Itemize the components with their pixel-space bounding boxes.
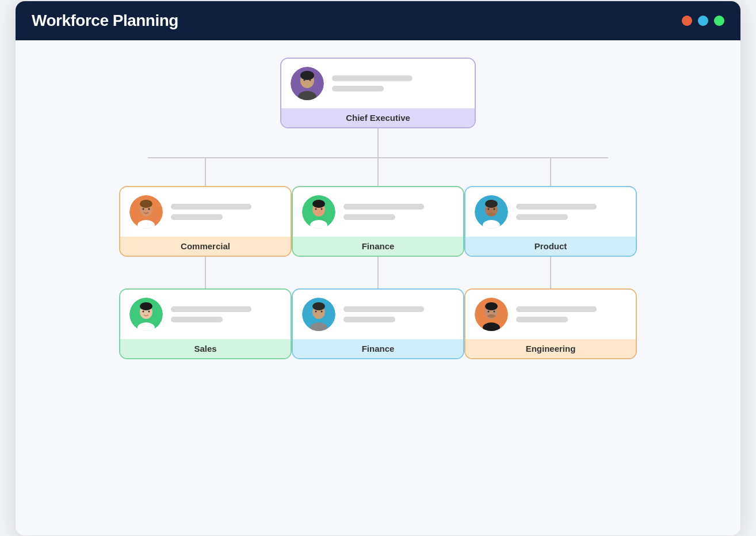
finance-card-top [293, 187, 463, 237]
product-name-line [516, 204, 597, 210]
svg-point-4 [304, 79, 306, 81]
level2-h-bar: Commercial [119, 157, 637, 359]
svg-point-11 [148, 208, 150, 210]
h-connector-line [148, 157, 608, 158]
finance-detail-line [343, 214, 395, 220]
svg-point-39 [485, 302, 498, 310]
ceo-detail-line [332, 86, 384, 92]
finance-card[interactable]: Finance [292, 186, 464, 257]
commercial-avatar [129, 195, 163, 229]
ceo-avatar-image [291, 67, 324, 100]
finance-l3-detail-line [343, 317, 395, 322]
ceo-role-label: Chief Executive [281, 108, 475, 127]
product-text-lines [516, 204, 627, 220]
sales-role-label: Sales [120, 339, 291, 358]
finance-l3-avatar [302, 298, 335, 331]
finance-avatar [302, 195, 335, 229]
commercial-name-line [171, 204, 251, 210]
commercial-card[interactable]: Commercial [119, 186, 292, 257]
ceo-level: Chief Executive [119, 58, 637, 359]
commercial-connector-v-top [205, 157, 206, 186]
commercial-connector-v-bottom [205, 257, 206, 288]
commercial-column: Commercial [119, 157, 292, 359]
svg-point-41 [488, 310, 490, 312]
level2-row: Commercial [119, 157, 637, 359]
ceo-text-lines [332, 75, 465, 92]
svg-point-17 [148, 310, 150, 312]
product-connector-v-bottom [550, 257, 551, 288]
svg-point-22 [315, 208, 317, 210]
finance-l3-text-lines [343, 306, 454, 322]
finance-name-line [343, 204, 424, 210]
product-card[interactable]: Product [464, 186, 637, 257]
product-role-label: Product [465, 237, 636, 256]
sales-card[interactable]: Sales [119, 288, 292, 359]
engineering-card[interactable]: Engineering [464, 288, 637, 359]
sales-name-line [171, 306, 251, 312]
sales-avatar [129, 298, 163, 331]
engineering-detail-line [516, 317, 568, 322]
ceo-card-top [281, 59, 475, 108]
commercial-avatar-image [129, 195, 163, 229]
finance-role-label: Finance [293, 237, 463, 256]
product-detail-line [516, 214, 568, 220]
finance-l3-card[interactable]: Finance [292, 288, 464, 359]
svg-point-5 [310, 79, 311, 81]
commercial-role-label: Commercial [120, 237, 291, 256]
app-title: Workforce Planning [32, 12, 178, 30]
product-column: Product [464, 157, 637, 359]
engineering-text-lines [516, 306, 627, 322]
chart-area: Chief Executive [16, 40, 740, 535]
sales-card-top [120, 290, 291, 339]
ceo-connector-v [377, 128, 379, 157]
svg-point-28 [315, 310, 317, 312]
commercial-detail-line [171, 214, 223, 220]
sales-text-lines [171, 306, 281, 322]
app-window: Workforce Planning [16, 1, 740, 535]
finance-text-lines [343, 204, 454, 220]
svg-point-35 [494, 208, 495, 210]
product-avatar [475, 195, 508, 229]
close-button[interactable] [682, 16, 692, 26]
commercial-card-top [120, 187, 291, 237]
finance-l3-role-label: Finance [293, 339, 463, 358]
svg-point-2 [300, 71, 314, 80]
svg-point-43 [487, 314, 495, 318]
ceo-name-line [332, 75, 413, 81]
finance-column: Finance [292, 157, 464, 359]
product-card-top [465, 187, 636, 237]
finance-l3-avatar-image [302, 298, 335, 331]
commercial-text-lines [171, 204, 281, 220]
svg-point-26 [312, 302, 325, 310]
svg-point-34 [488, 208, 490, 210]
svg-point-20 [312, 200, 325, 208]
svg-point-29 [321, 310, 323, 312]
product-connector-v-top [550, 157, 551, 186]
ceo-avatar [291, 67, 324, 100]
minimize-button[interactable] [698, 16, 708, 26]
engineering-avatar-image [475, 298, 508, 331]
svg-point-36 [487, 212, 496, 216]
engineering-card-top [465, 290, 636, 339]
titlebar: Workforce Planning [16, 1, 740, 40]
finance-connector-v-top [377, 157, 379, 186]
window-controls [682, 16, 724, 26]
product-avatar-image [475, 195, 508, 229]
svg-point-14 [140, 302, 152, 310]
maximize-button[interactable] [714, 16, 724, 26]
finance-avatar-image [302, 195, 335, 229]
ceo-card[interactable]: Chief Executive [280, 58, 476, 128]
svg-point-42 [494, 310, 495, 312]
finance-connector-v-bottom [377, 257, 379, 288]
svg-point-8 [140, 200, 152, 208]
svg-point-23 [321, 208, 323, 210]
svg-point-10 [143, 208, 144, 210]
finance-l3-name-line [343, 306, 424, 312]
sales-avatar-image [129, 298, 163, 331]
engineering-name-line [516, 306, 597, 312]
engineering-avatar [475, 298, 508, 331]
svg-point-16 [143, 310, 144, 312]
engineering-role-label: Engineering [465, 339, 636, 358]
sales-detail-line [171, 317, 223, 322]
svg-point-32 [485, 200, 498, 208]
